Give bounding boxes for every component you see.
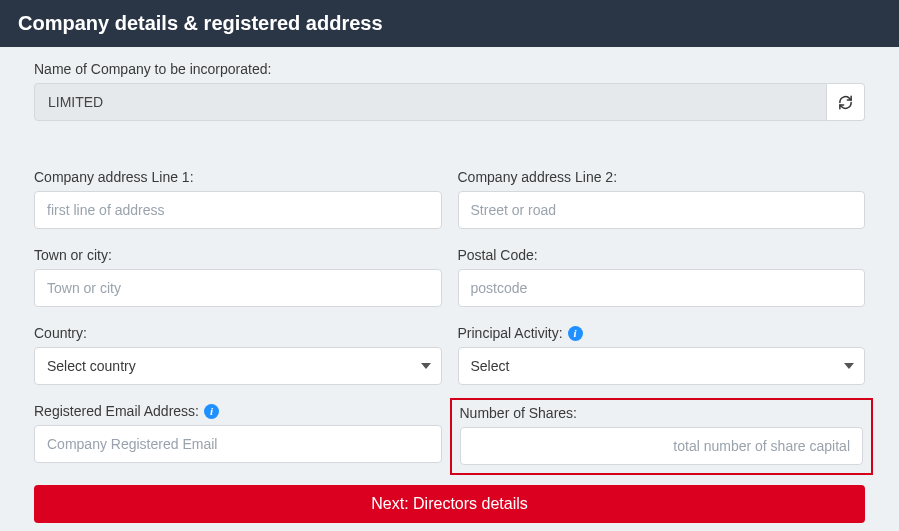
address-line-2-input[interactable] bbox=[458, 191, 866, 229]
company-name-input[interactable] bbox=[34, 83, 827, 121]
addr2-label: Company address Line 2: bbox=[458, 169, 866, 185]
address-line-1-input[interactable] bbox=[34, 191, 442, 229]
info-icon[interactable]: i bbox=[204, 404, 219, 419]
country-select[interactable]: Select country bbox=[34, 347, 442, 385]
activity-label: Principal Activity: i bbox=[458, 325, 866, 341]
company-name-label: Name of Company to be incorporated: bbox=[34, 61, 865, 77]
number-of-shares-input[interactable] bbox=[460, 427, 864, 465]
form-container: Name of Company to be incorporated: Comp… bbox=[0, 47, 899, 531]
refresh-button[interactable] bbox=[827, 83, 865, 121]
company-name-group: Name of Company to be incorporated: bbox=[34, 61, 865, 121]
info-icon[interactable]: i bbox=[568, 326, 583, 341]
postal-code-input[interactable] bbox=[458, 269, 866, 307]
postal-label: Postal Code: bbox=[458, 247, 866, 263]
registered-email-input[interactable] bbox=[34, 425, 442, 463]
activity-select[interactable]: Select bbox=[458, 347, 866, 385]
email-label: Registered Email Address: i bbox=[34, 403, 442, 419]
refresh-icon bbox=[838, 95, 853, 110]
page-header: Company details & registered address bbox=[0, 0, 899, 47]
country-label: Country: bbox=[34, 325, 442, 341]
page-title: Company details & registered address bbox=[18, 12, 383, 34]
next-button[interactable]: Next: Directors details bbox=[34, 485, 865, 523]
shares-highlight: Number of Shares: bbox=[450, 398, 874, 475]
town-label: Town or city: bbox=[34, 247, 442, 263]
addr1-label: Company address Line 1: bbox=[34, 169, 442, 185]
shares-label: Number of Shares: bbox=[460, 405, 864, 421]
town-input[interactable] bbox=[34, 269, 442, 307]
